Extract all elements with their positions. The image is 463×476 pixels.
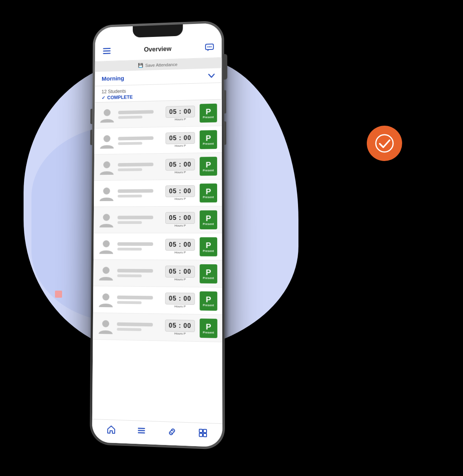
name-line-2 (117, 301, 142, 304)
table-row[interactable]: 05 : 00 Hours P P Present (93, 286, 222, 315)
svg-rect-3 (103, 53, 110, 54)
time-value[interactable]: 05 : 00 (165, 212, 195, 223)
name-line-2 (118, 142, 142, 145)
table-row[interactable]: 05 : 00 Hours P P Present (93, 233, 222, 260)
name-line-2 (118, 195, 142, 198)
table-row[interactable]: 05 : 00 Hours P P Present (94, 126, 222, 155)
hours-label: Hours P (174, 170, 186, 174)
present-button[interactable]: P Present (199, 157, 217, 176)
hours-label: Hours P (174, 197, 186, 200)
student-name-placeholder (117, 322, 162, 331)
table-row[interactable]: 05 : 00 Hours P P Present (94, 179, 222, 207)
nav-list-icon[interactable] (136, 425, 146, 436)
present-button[interactable]: P Present (199, 237, 217, 256)
present-button[interactable]: P Present (199, 183, 217, 202)
name-line-1 (117, 242, 153, 246)
svg-rect-19 (138, 432, 145, 433)
time-value[interactable]: 05 : 00 (165, 320, 195, 332)
student-name-placeholder (118, 136, 162, 145)
table-row[interactable]: 05 : 00 Hours P P Present (94, 206, 222, 233)
present-button[interactable]: P Present (199, 291, 217, 310)
time-cell: 05 : 00 Hours P (165, 239, 195, 254)
name-line-1 (118, 110, 154, 114)
time-value[interactable]: 05 : 00 (166, 106, 195, 117)
present-button[interactable]: P Present (199, 130, 217, 149)
time-cell: 05 : 00 Hours P (165, 320, 195, 335)
svg-point-13 (103, 240, 110, 247)
present-p-label: P (206, 295, 211, 304)
present-status-label: Present (203, 223, 214, 225)
present-button[interactable]: P Present (199, 210, 217, 229)
chat-icon[interactable] (204, 42, 214, 53)
svg-point-5 (207, 46, 209, 48)
hours-label: Hours P (174, 251, 186, 254)
present-status-label: Present (203, 142, 214, 145)
save-icon: 💾 (138, 63, 143, 68)
phone-frame: Overview 💾 Save Attendance (90, 20, 225, 450)
student-name-placeholder (118, 189, 163, 198)
name-line-2 (117, 221, 142, 224)
avatar (98, 265, 114, 281)
student-name-placeholder (117, 242, 162, 251)
present-p-label: P (206, 187, 211, 196)
present-status-label: Present (203, 196, 214, 198)
app-screen: Overview 💾 Save Attendance (92, 23, 222, 447)
name-line-1 (117, 322, 153, 327)
table-row[interactable]: 05 : 00 Hours P P Present (95, 99, 222, 128)
present-button[interactable]: P Present (199, 103, 217, 123)
accent-square (55, 291, 62, 298)
svg-point-8 (104, 109, 111, 116)
svg-rect-22 (199, 433, 202, 437)
avatar (97, 318, 114, 335)
svg-point-16 (102, 320, 109, 327)
phone-screen: Overview 💾 Save Attendance (92, 23, 222, 447)
name-line-1 (118, 163, 154, 167)
name-line-1 (118, 189, 154, 193)
avatar (98, 238, 114, 254)
time-value[interactable]: 05 : 00 (165, 185, 195, 197)
avatar (99, 185, 115, 202)
table-row[interactable]: 05 : 00 Hours P P Present (94, 153, 222, 181)
svg-rect-1 (103, 48, 110, 49)
svg-point-9 (104, 135, 111, 142)
menu-icon[interactable] (102, 46, 112, 56)
name-line-1 (117, 295, 153, 299)
avatar (99, 133, 115, 150)
table-row[interactable]: 05 : 00 Hours P P Present (93, 260, 222, 287)
present-p-label: P (206, 134, 211, 142)
chevron-down-icon (208, 73, 214, 77)
hours-label: Hours P (174, 144, 186, 147)
svg-rect-18 (138, 430, 145, 431)
time-value[interactable]: 05 : 00 (166, 159, 195, 170)
present-status-label: Present (203, 169, 214, 172)
svg-point-6 (209, 46, 210, 48)
time-value[interactable]: 05 : 00 (165, 293, 195, 305)
present-p-label: P (206, 214, 211, 223)
present-p-label: P (206, 268, 211, 276)
present-p-label: P (206, 107, 211, 116)
avatar (99, 107, 115, 123)
svg-point-0 (376, 135, 393, 152)
name-line-2 (117, 274, 142, 277)
table-row[interactable]: 05 : 00 Hours P P Present (93, 313, 222, 342)
present-button[interactable]: P Present (199, 318, 217, 338)
nav-link-icon[interactable] (167, 426, 177, 437)
nav-home-icon[interactable] (106, 424, 116, 435)
present-status-label: Present (203, 276, 214, 279)
nav-grid-icon[interactable] (198, 427, 208, 438)
present-p-label: P (206, 241, 211, 249)
time-cell: 05 : 00 Hours P (165, 266, 195, 281)
time-value[interactable]: 05 : 00 (165, 266, 195, 278)
avatar (99, 159, 115, 176)
svg-rect-17 (138, 428, 145, 429)
present-p-label: P (206, 160, 211, 169)
check-badge (367, 126, 402, 161)
svg-point-11 (103, 187, 110, 194)
bottom-navigation (92, 419, 222, 447)
present-button[interactable]: P Present (199, 264, 217, 283)
time-value[interactable]: 05 : 00 (165, 239, 195, 251)
student-name-placeholder (117, 269, 162, 278)
present-status-label: Present (203, 249, 214, 252)
time-value[interactable]: 05 : 00 (166, 132, 195, 144)
svg-rect-21 (203, 429, 206, 433)
